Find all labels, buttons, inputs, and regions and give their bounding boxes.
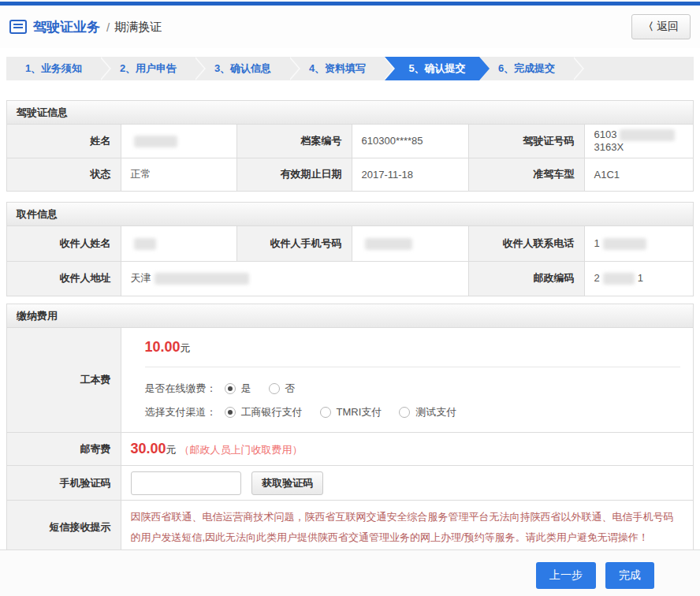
radio-channel-test[interactable] — [399, 407, 410, 418]
steps-filler — [574, 57, 694, 80]
recipient-mobile-label: 收件人手机号码 — [236, 226, 352, 261]
step-6-complete-submit: 6、完成提交 — [479, 57, 574, 80]
yuan-unit: 元 — [166, 444, 177, 456]
license-no-value: 61033163X — [584, 125, 693, 158]
footer-action-bar: 上一步 完成 — [0, 549, 700, 596]
back-button[interactable]: 〈 返回 — [631, 14, 691, 39]
pickup-info-title: 取件信息 — [7, 203, 693, 226]
chevron-left-icon: 〈 — [643, 20, 653, 34]
finish-button[interactable]: 完成 — [605, 562, 654, 589]
table-row: 姓名 档案编号 610300****85 驾驶证号码 61033163X — [7, 125, 693, 158]
expiry-value: 2017-11-18 — [352, 158, 468, 191]
license-fee-value: 10.00元 是否在线缴费： 是 否 选择支付渠道： 工商银行支付 TMRI支付 — [121, 328, 693, 433]
captcha-cell: 获取验证码 — [121, 466, 693, 501]
radio-online-yes[interactable] — [225, 383, 236, 394]
file-no-value: 610300****85 — [352, 125, 468, 158]
name-value — [121, 125, 236, 158]
radio-online-no[interactable] — [269, 383, 280, 394]
captcha-label: 手机验证码 — [7, 466, 121, 501]
fees-panel: 缴纳费用 工本费 10.00元 是否在线缴费： 是 否 选择支付渠道： — [6, 304, 694, 555]
get-captcha-button[interactable]: 获取验证码 — [251, 471, 323, 495]
postage-fee-label: 邮寄费 — [7, 433, 121, 466]
postcode-value: 21 — [584, 261, 693, 296]
redacted-value — [620, 129, 675, 141]
postage-fee-amount: 30.00 — [131, 441, 166, 456]
back-button-label: 返回 — [657, 20, 679, 34]
fees-table: 工本费 10.00元 是否在线缴费： 是 否 选择支付渠道： 工商银行支付 — [7, 328, 693, 554]
radio-channel-icbc-label: 工商银行支付 — [241, 405, 303, 419]
pickup-info-panel: 取件信息 收件人姓名 收件人手机号码 收件人联系电话 1 收件人地址 天津 邮政… — [6, 202, 694, 296]
postage-fee-row: 邮寄费 30.00元（邮政人员上门收取费用） — [7, 433, 693, 466]
radio-online-yes-label: 是 — [241, 382, 251, 396]
sms-notice-row: 短信接收提示 因陕西省联通、电信运营商技术问题，陕西省互联网交通安全综合服务管理… — [7, 501, 693, 555]
postcode-label: 邮政编码 — [468, 261, 584, 296]
redacted-value — [603, 273, 635, 285]
recipient-phone-value: 1 — [584, 226, 693, 261]
redacted-value — [155, 273, 249, 285]
divider — [145, 367, 681, 367]
pay-channel-question: 选择支付渠道： — [145, 405, 217, 419]
radio-channel-test-label: 测试支付 — [415, 405, 456, 419]
status-value: 正常 — [121, 158, 236, 191]
radio-channel-tmri[interactable] — [320, 407, 331, 418]
redacted-value — [365, 238, 412, 250]
license-info-panel: 驾驶证信息 姓名 档案编号 610300****85 驾驶证号码 6103316… — [6, 100, 694, 192]
license-fee-amount: 10.00 — [145, 339, 181, 355]
table-row: 收件人姓名 收件人手机号码 收件人联系电话 1 — [7, 226, 693, 261]
document-list-icon — [9, 20, 27, 34]
radio-channel-tmri-label: TMRI支付 — [337, 405, 382, 419]
status-label: 状态 — [7, 158, 121, 191]
breadcrumb-current: 期满换证 — [114, 20, 162, 35]
fees-title: 缴纳费用 — [7, 304, 693, 328]
license-fee-row: 工本费 10.00元 是否在线缴费： 是 否 选择支付渠道： 工商银行支付 — [7, 328, 693, 433]
radio-online-no-label: 否 — [285, 382, 296, 396]
expiry-label: 有效期止日期 — [236, 158, 352, 191]
license-info-table: 姓名 档案编号 610300****85 驾驶证号码 61033163X 状态 … — [7, 125, 693, 191]
online-pay-radio-group: 是否在线缴费： 是 否 — [145, 377, 681, 400]
pay-channel-radio-group: 选择支付渠道： 工商银行支付 TMRI支付 测试支付 — [145, 400, 681, 424]
recipient-mobile-value — [352, 226, 468, 261]
captcha-input[interactable] — [131, 471, 241, 495]
online-pay-question: 是否在线缴费： — [145, 382, 217, 396]
page-header: 驾驶证业务 / 期满换证 〈 返回 — [0, 6, 700, 48]
name-label: 姓名 — [7, 125, 121, 158]
postage-note: （邮政人员上门收取费用） — [180, 444, 303, 456]
license-fee-label: 工本费 — [7, 328, 121, 433]
sms-notice-label: 短信接收提示 — [7, 501, 121, 555]
vehicle-type-label: 准驾车型 — [468, 158, 584, 191]
sms-notice-cell: 因陕西省联通、电信运营商技术问题，陕西省互联网交通安全综合服务管理平台无法向持陕… — [121, 501, 693, 555]
redacted-value — [603, 238, 646, 250]
recipient-name-label: 收件人姓名 — [7, 226, 121, 261]
step-1-business-notice: 1、业务须知 — [6, 57, 101, 80]
step-4-fill-data: 4、资料填写 — [290, 57, 385, 80]
wizard-steps: 1、业务须知 2、用户申告 3、确认信息 4、资料填写 5、确认提交 6、完成提… — [6, 57, 694, 80]
redacted-value — [134, 136, 177, 147]
license-info-title: 驾驶证信息 — [7, 101, 693, 125]
license-no-label: 驾驶证号码 — [468, 125, 584, 158]
sms-notice-text: 因陕西省联通、电信运营商技术问题，陕西省互联网交通安全综合服务管理平台无法向持陕… — [131, 501, 694, 554]
step-2-user-declaration: 2、用户申告 — [101, 57, 195, 80]
step-3-confirm-info: 3、确认信息 — [195, 57, 290, 80]
table-row: 收件人地址 天津 邮政编码 21 — [7, 261, 693, 296]
file-no-label: 档案编号 — [236, 125, 352, 158]
radio-channel-icbc[interactable] — [225, 407, 236, 418]
recipient-phone-label: 收件人联系电话 — [468, 226, 584, 261]
vehicle-type-value: A1C1 — [584, 158, 693, 191]
yuan-unit: 元 — [181, 342, 191, 354]
postage-fee-value: 30.00元（邮政人员上门收取费用） — [121, 433, 693, 466]
recipient-address-value: 天津 — [121, 261, 468, 296]
page-title: 驾驶证业务 — [33, 18, 100, 36]
recipient-name-value — [121, 226, 236, 261]
table-row: 状态 正常 有效期止日期 2017-11-18 准驾车型 A1C1 — [7, 158, 693, 191]
redacted-value — [134, 238, 156, 250]
pickup-info-table: 收件人姓名 收件人手机号码 收件人联系电话 1 收件人地址 天津 邮政编码 21 — [7, 226, 693, 296]
captcha-row: 手机验证码 获取验证码 — [7, 466, 693, 501]
step-5-confirm-submit-active: 5、确认提交 — [385, 57, 490, 80]
recipient-address-label: 收件人地址 — [7, 261, 121, 296]
previous-step-button[interactable]: 上一步 — [536, 562, 596, 589]
breadcrumb-separator: / — [106, 20, 110, 34]
